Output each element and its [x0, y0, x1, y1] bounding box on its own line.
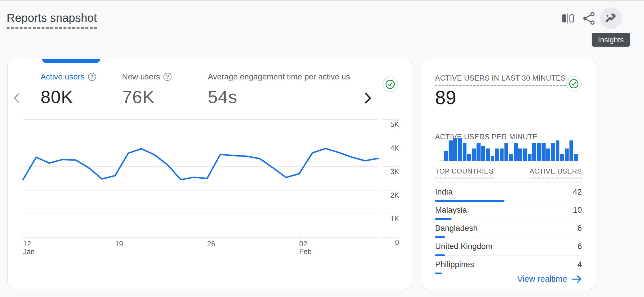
minute-bar [453, 138, 457, 161]
country-active-users: 4 [577, 260, 582, 269]
data-quality-status-button[interactable] [566, 76, 582, 92]
minute-bar [486, 148, 490, 161]
minute-bar [504, 143, 508, 161]
insights-button[interactable] [600, 7, 622, 29]
country-row: United Kingdom6 [435, 237, 582, 256]
minute-bar [449, 140, 453, 161]
reports-snapshot-chart-card: Active users ? 80K New users ? 76K Avera… [7, 59, 412, 289]
svg-text:1K: 1K [390, 215, 399, 223]
svg-text:5K: 5K [390, 120, 399, 128]
country-name: Malaysia [435, 205, 467, 215]
svg-text:Feb: Feb [299, 248, 312, 256]
country-row: Malaysia10 [435, 201, 582, 219]
svg-text:2K: 2K [390, 191, 399, 199]
active-users-line-chart: 5K4K3K2K1K012Jan192602Feb [8, 59, 412, 289]
ab-compare-icon[interactable] [562, 13, 574, 24]
country-row: Bangladesh6 [435, 219, 582, 237]
minute-bar [551, 143, 555, 161]
minute-bar [565, 148, 569, 161]
active-users-30min-value: 89 [435, 87, 456, 108]
country-active-users: 6 [577, 224, 582, 233]
insights-tooltip: Insights [592, 33, 630, 47]
minute-bar [467, 154, 471, 161]
country-row: Philippines4 [435, 256, 582, 274]
minute-bar [439, 160, 443, 161]
view-realtime-link[interactable]: View realtime [515, 272, 584, 286]
top-countries-table: TOP COUNTRIES ACTIVE USERS India42Malays… [435, 167, 582, 274]
column-header-active-users[interactable]: ACTIVE USERS [529, 167, 582, 178]
realtime-card: ACTIVE USERS IN LAST 30 MINUTES 89 ACTIV… [421, 59, 596, 289]
minute-bar [542, 143, 546, 161]
minute-bar [532, 143, 536, 161]
minute-bar [458, 138, 462, 161]
minute-bar [569, 140, 573, 161]
svg-text:02: 02 [299, 240, 307, 248]
country-row: India42 [435, 183, 582, 201]
minute-bar [518, 148, 522, 161]
svg-text:19: 19 [115, 240, 123, 248]
minute-bar [514, 143, 518, 161]
country-share-bar [435, 273, 442, 274]
svg-text:3K: 3K [390, 167, 399, 176]
minute-bar [556, 140, 560, 161]
minute-bar [444, 151, 448, 161]
minute-bar [495, 148, 499, 161]
minute-bar [528, 154, 532, 161]
minute-bar [500, 148, 504, 161]
minute-bar [477, 143, 481, 161]
minute-bar [560, 154, 564, 161]
svg-text:4K: 4K [390, 144, 399, 152]
minute-bar [509, 154, 513, 161]
column-header-top-countries[interactable]: TOP COUNTRIES [435, 167, 494, 178]
insights-icon [603, 11, 618, 26]
minute-bar [546, 148, 550, 161]
country-active-users: 6 [577, 242, 582, 251]
svg-text:12: 12 [23, 240, 31, 248]
svg-text:0: 0 [395, 238, 399, 246]
minute-bar [472, 148, 476, 161]
country-name: Bangladesh [435, 224, 478, 233]
green-check-circle-icon [569, 79, 579, 89]
arrow-right-icon [572, 275, 582, 283]
country-name: United Kingdom [435, 242, 492, 251]
minute-bar [481, 146, 485, 161]
share-icon[interactable] [583, 12, 595, 25]
country-name: India [435, 187, 453, 197]
svg-text:26: 26 [207, 240, 215, 248]
minute-bar [491, 156, 495, 161]
country-rows: India42Malaysia10Bangladesh6United Kingd… [435, 183, 582, 274]
minute-bar [537, 143, 541, 161]
page-title[interactable]: Reports snapshot [7, 11, 97, 29]
view-realtime-label: View realtime [517, 274, 567, 284]
active-users-per-minute-bar-chart [439, 137, 578, 161]
minute-bar [523, 148, 527, 161]
svg-text:Jan: Jan [23, 248, 35, 256]
country-active-users: 10 [573, 205, 582, 215]
minute-bar [574, 154, 578, 161]
country-active-users: 42 [573, 187, 582, 197]
realtime-title[interactable]: ACTIVE USERS IN LAST 30 MINUTES [435, 74, 566, 86]
country-name: Philippines [435, 260, 474, 269]
minute-bar [463, 143, 467, 161]
